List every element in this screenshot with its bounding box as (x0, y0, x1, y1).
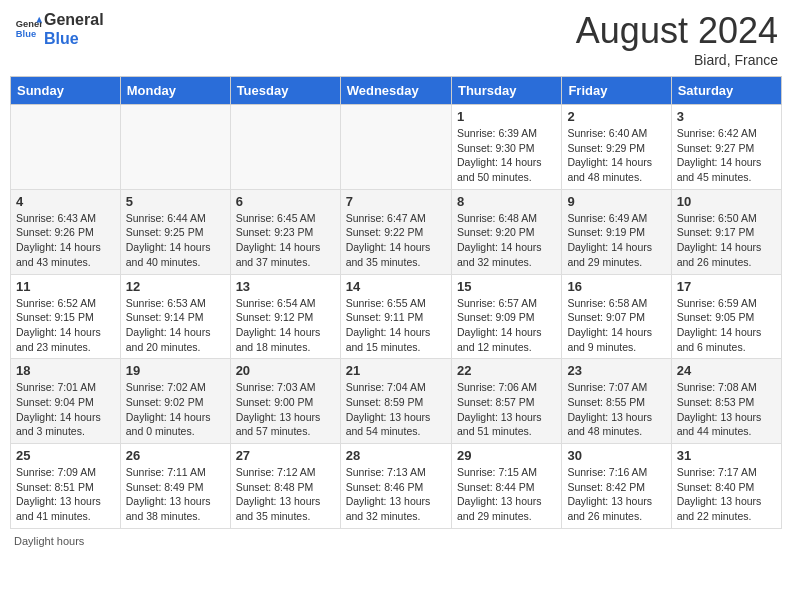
day-info: Sunrise: 7:11 AMSunset: 8:49 PMDaylight:… (126, 465, 225, 524)
day-info: Sunrise: 7:09 AMSunset: 8:51 PMDaylight:… (16, 465, 115, 524)
calendar-cell: 28Sunrise: 7:13 AMSunset: 8:46 PMDayligh… (340, 444, 451, 529)
calendar-cell: 7Sunrise: 6:47 AMSunset: 9:22 PMDaylight… (340, 189, 451, 274)
calendar-cell: 13Sunrise: 6:54 AMSunset: 9:12 PMDayligh… (230, 274, 340, 359)
day-info: Sunrise: 6:53 AMSunset: 9:14 PMDaylight:… (126, 296, 225, 355)
logo-general: General (44, 10, 104, 29)
calendar-cell (230, 105, 340, 190)
day-info: Sunrise: 6:43 AMSunset: 9:26 PMDaylight:… (16, 211, 115, 270)
day-number: 1 (457, 109, 556, 124)
day-number: 18 (16, 363, 115, 378)
calendar-cell: 10Sunrise: 6:50 AMSunset: 9:17 PMDayligh… (671, 189, 781, 274)
day-info: Sunrise: 6:49 AMSunset: 9:19 PMDaylight:… (567, 211, 665, 270)
calendar-cell: 22Sunrise: 7:06 AMSunset: 8:57 PMDayligh… (451, 359, 561, 444)
day-info: Sunrise: 7:17 AMSunset: 8:40 PMDaylight:… (677, 465, 776, 524)
day-number: 21 (346, 363, 446, 378)
month-year: August 2024 (576, 10, 778, 52)
day-number: 27 (236, 448, 335, 463)
day-number: 23 (567, 363, 665, 378)
calendar-cell: 26Sunrise: 7:11 AMSunset: 8:49 PMDayligh… (120, 444, 230, 529)
calendar-week-1: 1Sunrise: 6:39 AMSunset: 9:30 PMDaylight… (11, 105, 782, 190)
calendar-cell: 29Sunrise: 7:15 AMSunset: 8:44 PMDayligh… (451, 444, 561, 529)
day-info: Sunrise: 7:04 AMSunset: 8:59 PMDaylight:… (346, 380, 446, 439)
day-info: Sunrise: 6:44 AMSunset: 9:25 PMDaylight:… (126, 211, 225, 270)
day-info: Sunrise: 6:42 AMSunset: 9:27 PMDaylight:… (677, 126, 776, 185)
title-block: August 2024 Biard, France (576, 10, 778, 68)
day-number: 3 (677, 109, 776, 124)
calendar-cell (120, 105, 230, 190)
day-number: 14 (346, 279, 446, 294)
footer: Daylight hours (10, 535, 782, 547)
logo-blue: Blue (44, 29, 104, 48)
header-wednesday: Wednesday (340, 77, 451, 105)
calendar-cell: 16Sunrise: 6:58 AMSunset: 9:07 PMDayligh… (562, 274, 671, 359)
day-info: Sunrise: 6:57 AMSunset: 9:09 PMDaylight:… (457, 296, 556, 355)
calendar-week-2: 4Sunrise: 6:43 AMSunset: 9:26 PMDaylight… (11, 189, 782, 274)
day-number: 31 (677, 448, 776, 463)
calendar-week-4: 18Sunrise: 7:01 AMSunset: 9:04 PMDayligh… (11, 359, 782, 444)
calendar-cell: 25Sunrise: 7:09 AMSunset: 8:51 PMDayligh… (11, 444, 121, 529)
day-info: Sunrise: 7:03 AMSunset: 9:00 PMDaylight:… (236, 380, 335, 439)
calendar-cell: 20Sunrise: 7:03 AMSunset: 9:00 PMDayligh… (230, 359, 340, 444)
day-number: 9 (567, 194, 665, 209)
calendar-cell: 3Sunrise: 6:42 AMSunset: 9:27 PMDaylight… (671, 105, 781, 190)
calendar-cell (11, 105, 121, 190)
calendar-cell: 24Sunrise: 7:08 AMSunset: 8:53 PMDayligh… (671, 359, 781, 444)
day-number: 10 (677, 194, 776, 209)
calendar-cell: 9Sunrise: 6:49 AMSunset: 9:19 PMDaylight… (562, 189, 671, 274)
calendar-table: SundayMondayTuesdayWednesdayThursdayFrid… (10, 76, 782, 529)
day-number: 13 (236, 279, 335, 294)
day-number: 5 (126, 194, 225, 209)
day-info: Sunrise: 6:58 AMSunset: 9:07 PMDaylight:… (567, 296, 665, 355)
day-number: 20 (236, 363, 335, 378)
calendar-header-row: SundayMondayTuesdayWednesdayThursdayFrid… (11, 77, 782, 105)
header-saturday: Saturday (671, 77, 781, 105)
day-number: 12 (126, 279, 225, 294)
calendar-cell: 12Sunrise: 6:53 AMSunset: 9:14 PMDayligh… (120, 274, 230, 359)
calendar-cell: 8Sunrise: 6:48 AMSunset: 9:20 PMDaylight… (451, 189, 561, 274)
day-number: 7 (346, 194, 446, 209)
day-number: 26 (126, 448, 225, 463)
day-info: Sunrise: 7:13 AMSunset: 8:46 PMDaylight:… (346, 465, 446, 524)
day-info: Sunrise: 6:45 AMSunset: 9:23 PMDaylight:… (236, 211, 335, 270)
header-friday: Friday (562, 77, 671, 105)
page-header: General Blue General Blue August 2024 Bi… (10, 10, 782, 68)
logo: General Blue General Blue (14, 10, 104, 48)
calendar-cell: 23Sunrise: 7:07 AMSunset: 8:55 PMDayligh… (562, 359, 671, 444)
day-number: 16 (567, 279, 665, 294)
day-number: 19 (126, 363, 225, 378)
calendar-cell: 30Sunrise: 7:16 AMSunset: 8:42 PMDayligh… (562, 444, 671, 529)
day-info: Sunrise: 7:01 AMSunset: 9:04 PMDaylight:… (16, 380, 115, 439)
day-number: 28 (346, 448, 446, 463)
calendar-cell: 18Sunrise: 7:01 AMSunset: 9:04 PMDayligh… (11, 359, 121, 444)
day-info: Sunrise: 7:12 AMSunset: 8:48 PMDaylight:… (236, 465, 335, 524)
calendar-cell: 21Sunrise: 7:04 AMSunset: 8:59 PMDayligh… (340, 359, 451, 444)
day-number: 8 (457, 194, 556, 209)
day-info: Sunrise: 6:39 AMSunset: 9:30 PMDaylight:… (457, 126, 556, 185)
day-number: 4 (16, 194, 115, 209)
svg-text:Blue: Blue (16, 30, 36, 40)
calendar-cell: 5Sunrise: 6:44 AMSunset: 9:25 PMDaylight… (120, 189, 230, 274)
day-number: 22 (457, 363, 556, 378)
calendar-week-3: 11Sunrise: 6:52 AMSunset: 9:15 PMDayligh… (11, 274, 782, 359)
calendar-cell: 27Sunrise: 7:12 AMSunset: 8:48 PMDayligh… (230, 444, 340, 529)
day-info: Sunrise: 7:06 AMSunset: 8:57 PMDaylight:… (457, 380, 556, 439)
day-number: 2 (567, 109, 665, 124)
calendar-cell: 17Sunrise: 6:59 AMSunset: 9:05 PMDayligh… (671, 274, 781, 359)
day-number: 30 (567, 448, 665, 463)
footer-text: Daylight hours (14, 535, 84, 547)
day-info: Sunrise: 6:59 AMSunset: 9:05 PMDaylight:… (677, 296, 776, 355)
day-info: Sunrise: 7:15 AMSunset: 8:44 PMDaylight:… (457, 465, 556, 524)
day-info: Sunrise: 6:40 AMSunset: 9:29 PMDaylight:… (567, 126, 665, 185)
calendar-cell: 1Sunrise: 6:39 AMSunset: 9:30 PMDaylight… (451, 105, 561, 190)
day-number: 15 (457, 279, 556, 294)
calendar-cell: 15Sunrise: 6:57 AMSunset: 9:09 PMDayligh… (451, 274, 561, 359)
header-thursday: Thursday (451, 77, 561, 105)
day-info: Sunrise: 7:08 AMSunset: 8:53 PMDaylight:… (677, 380, 776, 439)
day-number: 17 (677, 279, 776, 294)
day-info: Sunrise: 7:16 AMSunset: 8:42 PMDaylight:… (567, 465, 665, 524)
day-info: Sunrise: 6:55 AMSunset: 9:11 PMDaylight:… (346, 296, 446, 355)
day-number: 11 (16, 279, 115, 294)
day-number: 25 (16, 448, 115, 463)
day-info: Sunrise: 6:50 AMSunset: 9:17 PMDaylight:… (677, 211, 776, 270)
day-info: Sunrise: 6:52 AMSunset: 9:15 PMDaylight:… (16, 296, 115, 355)
